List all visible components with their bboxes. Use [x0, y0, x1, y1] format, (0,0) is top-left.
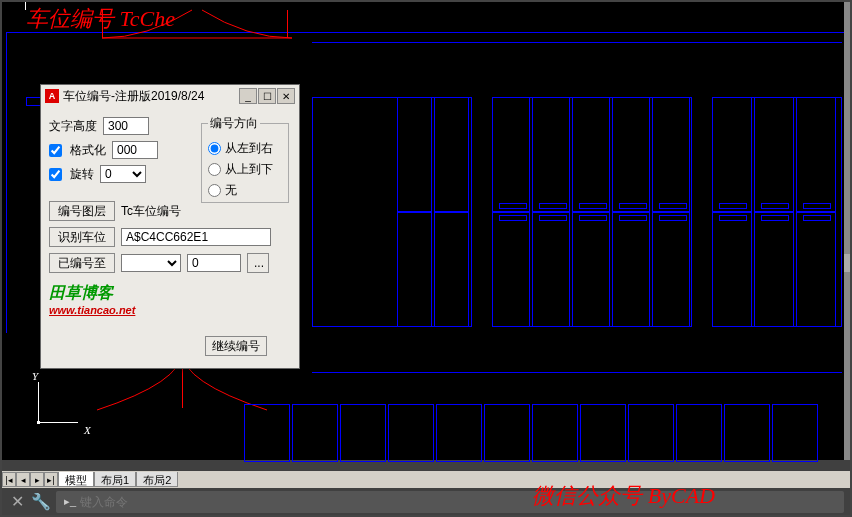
logo-text: 田草博客	[49, 283, 291, 304]
rotate-checkbox[interactable]	[49, 168, 62, 181]
parking-number-dialog: A 车位编号-注册版2019/8/24 _ ☐ ✕ 文字高度 格式化	[40, 84, 300, 369]
tab-model[interactable]: 模型	[58, 472, 94, 487]
tab-nav-prev[interactable]: ◂	[16, 472, 30, 487]
cad-canvas[interactable]: Y X 车位编号 TcChe A 车位编号-注册版2019/8/24 _ ☐ ✕…	[2, 2, 844, 460]
tab-nav-last[interactable]: ▸|	[44, 472, 58, 487]
format-checkbox[interactable]	[49, 144, 62, 157]
maximize-button[interactable]: ☐	[258, 88, 276, 104]
vertical-scrollbar[interactable]	[844, 2, 850, 460]
direction-group: 编号方向 从左到右 从上到下 无	[201, 115, 289, 203]
rotate-label: 旋转	[70, 166, 94, 183]
wrench-icon[interactable]: 🔧	[32, 493, 50, 511]
text-height-input[interactable]	[103, 117, 149, 135]
format-label: 格式化	[70, 142, 106, 159]
ucs-y-label: Y	[32, 370, 38, 382]
tab-layout1[interactable]: 布局1	[94, 472, 136, 487]
dir-ltr-radio[interactable]	[208, 142, 221, 155]
numbered-num-input[interactable]	[187, 254, 241, 272]
close-button[interactable]: ✕	[277, 88, 295, 104]
dir-none-radio[interactable]	[208, 184, 221, 197]
direction-legend: 编号方向	[208, 115, 260, 132]
dialog-title-text: 车位编号-注册版2019/8/24	[63, 88, 204, 105]
numbered-combo[interactable]	[121, 254, 181, 272]
more-button[interactable]: ...	[247, 253, 269, 273]
tab-nav-first[interactable]: |◂	[2, 472, 16, 487]
dir-none-label: 无	[225, 182, 237, 199]
dir-ttb-radio[interactable]	[208, 163, 221, 176]
cmd-prompt: ▸_	[64, 495, 76, 508]
ucs-x-label: X	[84, 424, 91, 436]
tab-layout2[interactable]: 布局2	[136, 472, 178, 487]
rotate-combo[interactable]: 0	[100, 165, 146, 183]
continue-button[interactable]: 继续编号	[205, 336, 267, 356]
layer-button[interactable]: 编号图层	[49, 201, 115, 221]
identify-input[interactable]	[121, 228, 271, 246]
minimize-button[interactable]: _	[239, 88, 257, 104]
layer-value: Tc车位编号	[121, 203, 181, 220]
layout-tab-bar: |◂ ◂ ▸ ▸| 模型 布局1 布局2	[2, 471, 850, 488]
autocad-icon: A	[45, 89, 59, 103]
command-input[interactable]	[80, 495, 836, 509]
scroll-thumb[interactable]	[844, 254, 850, 272]
identify-button[interactable]: 识别车位	[49, 227, 115, 247]
dir-ltr-label: 从左到右	[225, 140, 273, 157]
command-input-wrap[interactable]: ▸_	[56, 491, 844, 513]
overlay-title: 车位编号 TcChe	[26, 4, 175, 34]
command-bar: ✕ 🔧 ▸_ 微信公众号 ByCAD	[2, 488, 850, 515]
text-height-label: 文字高度	[49, 118, 97, 135]
logo-url[interactable]: www.tiancao.net	[49, 304, 291, 316]
format-input[interactable]	[112, 141, 158, 159]
tab-nav-next[interactable]: ▸	[30, 472, 44, 487]
numbered-to-button[interactable]: 已编号至	[49, 253, 115, 273]
dialog-titlebar[interactable]: A 车位编号-注册版2019/8/24 _ ☐ ✕	[41, 85, 299, 107]
close-cmd-icon[interactable]: ✕	[8, 493, 26, 511]
dir-ttb-label: 从上到下	[225, 161, 273, 178]
overlay-footer: 微信公众号 ByCAD	[532, 481, 715, 511]
